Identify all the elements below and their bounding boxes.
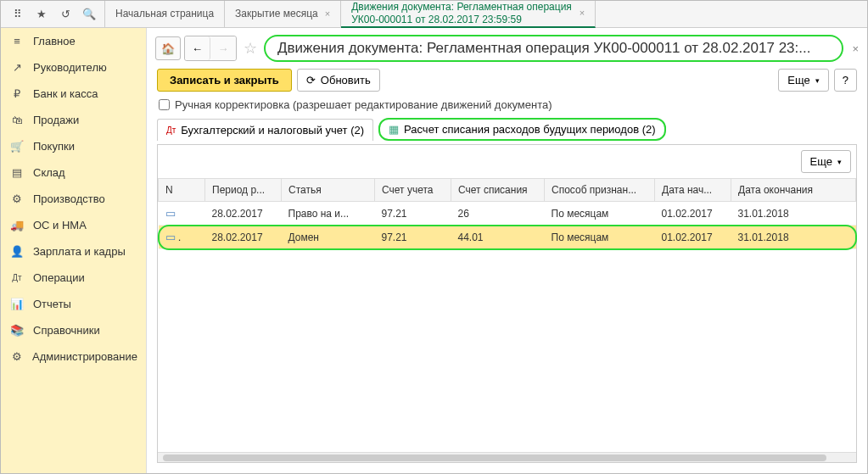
back-button[interactable]: ←	[185, 36, 210, 60]
sidebar-item-operations[interactable]: ДтОперации	[1, 265, 146, 291]
manual-edit-checkbox[interactable]	[159, 99, 170, 110]
sidebar-item-label: Операции	[33, 271, 85, 284]
col-account[interactable]: Счет учета	[375, 179, 451, 202]
content-area: 🏠 ← → ☆ Движения документа: Регламентная…	[147, 28, 867, 473]
close-icon[interactable]: ×	[580, 8, 585, 19]
table-icon: ▦	[389, 123, 399, 136]
tab-doc-movements[interactable]: Движения документа: Регламентная операци…	[341, 1, 596, 28]
sidebar-item-sales[interactable]: 🛍Продажи	[1, 107, 146, 133]
doc-tab-accounting[interactable]: ДтБухгалтерский и налоговый учет (2)	[157, 119, 373, 141]
col-method[interactable]: Способ признан...	[545, 179, 655, 202]
sidebar-item-label: Справочники	[33, 324, 100, 337]
star-icon[interactable]: ★	[30, 3, 53, 26]
ruble-icon: ₽	[9, 87, 25, 100]
col-writeoff-account[interactable]: Счет списания	[451, 179, 545, 202]
sidebar-item-warehouse[interactable]: ▤Склад	[1, 159, 146, 186]
sidebar-item-manager[interactable]: ↗Руководителю	[1, 54, 146, 81]
sidebar-item-main[interactable]: ≡Главное	[1, 28, 146, 54]
close-page-icon[interactable]: ×	[852, 42, 859, 55]
sidebar-item-label: Продажи	[33, 114, 79, 126]
row-icon: ▭	[165, 231, 176, 243]
sidebar-item-label: Отчеты	[33, 298, 71, 310]
sidebar: ≡Главное ↗Руководителю ₽Банк и касса 🛍Пр…	[1, 28, 147, 473]
manual-edit-row: Ручная корректировка (разрешает редактир…	[147, 97, 867, 118]
box-icon: ▤	[9, 166, 25, 179]
sidebar-item-label: Производство	[33, 192, 105, 205]
sidebar-item-bank[interactable]: ₽Банк и касса	[1, 81, 146, 107]
forward-button[interactable]: →	[210, 36, 236, 60]
person-icon: 👤	[9, 245, 25, 258]
chart-icon: ↗	[9, 61, 25, 74]
window-tabs: Начальная страница Закрытие месяца× Движ…	[104, 1, 596, 28]
table-header-row: N Период р... Статья Счет учета Счет спи…	[159, 179, 856, 202]
sidebar-item-label: ОС и НМА	[33, 219, 87, 231]
history-icon[interactable]: ↺	[53, 3, 77, 26]
bag-icon: 🛍	[9, 114, 25, 126]
sidebar-item-assets[interactable]: 🚚ОС и НМА	[1, 212, 146, 238]
refresh-button[interactable]: ⟳Обновить	[297, 69, 380, 92]
truck-icon: 🚚	[9, 219, 25, 231]
books-icon: 📚	[9, 324, 25, 337]
sidebar-item-label: Руководителю	[33, 61, 107, 74]
top-toolbar: ⠿ ★ ↺ 🔍 Начальная страница Закрытие меся…	[1, 1, 867, 28]
page-title: Движения документа: Регламентная операци…	[264, 35, 843, 62]
save-close-button[interactable]: Записать и закрыть	[157, 69, 292, 92]
sidebar-item-label: Покупки	[33, 140, 75, 153]
horizontal-scrollbar[interactable]	[158, 452, 856, 462]
apps-icon[interactable]: ⠿	[6, 3, 30, 26]
sidebar-item-label: Администрирование	[32, 350, 137, 363]
more-button[interactable]: Еще▾	[778, 69, 828, 92]
sidebar-item-label: Главное	[33, 35, 76, 47]
table-row-selected[interactable]: ▭ . 28.02.2017Домен97.2144.01По месяцам0…	[159, 226, 856, 249]
dtkt-icon: Дт	[9, 273, 25, 282]
sidebar-item-label: Банк и касса	[33, 87, 98, 100]
gear-icon: ⚙	[9, 350, 24, 363]
factory-icon: ⚙	[9, 192, 25, 205]
cart-icon: 🛒	[9, 140, 25, 153]
row-icon: ▭	[165, 207, 176, 220]
search-icon[interactable]: 🔍	[77, 3, 101, 26]
data-table: N Период р... Статья Счет учета Счет спи…	[158, 178, 856, 249]
table-more-button[interactable]: Еще▾	[801, 150, 851, 173]
home-button[interactable]: 🏠	[155, 36, 181, 60]
help-button[interactable]: ?	[834, 69, 857, 92]
favorite-icon[interactable]: ☆	[244, 39, 257, 58]
sidebar-item-label: Зарплата и кадры	[33, 245, 126, 258]
sidebar-item-reports[interactable]: 📊Отчеты	[1, 291, 146, 317]
col-period[interactable]: Период р...	[205, 179, 282, 202]
close-icon[interactable]: ×	[325, 8, 330, 20]
manual-edit-label: Ручная корректировка (разрешает редактир…	[175, 98, 552, 111]
doc-tab-future-expenses[interactable]: ▦Расчет списания расходов будущих период…	[378, 118, 666, 141]
table-row[interactable]: ▭ 28.02.2017Право на и...97.2126По месяц…	[159, 202, 856, 226]
menu-icon: ≡	[9, 35, 25, 47]
dtkt-icon: Дт	[166, 125, 176, 135]
col-article[interactable]: Статья	[282, 179, 375, 202]
col-end-date[interactable]: Дата окончания	[731, 179, 856, 202]
refresh-icon: ⟳	[306, 74, 316, 86]
sidebar-item-admin[interactable]: ⚙Администрирование	[1, 343, 146, 370]
col-start-date[interactable]: Дата нач...	[655, 179, 731, 202]
sidebar-item-label: Склад	[33, 166, 65, 179]
report-icon: 📊	[9, 298, 25, 310]
sidebar-item-salary[interactable]: 👤Зарплата и кадры	[1, 238, 146, 265]
sidebar-item-purchases[interactable]: 🛒Покупки	[1, 133, 146, 159]
tab-close-month[interactable]: Закрытие месяца×	[225, 1, 341, 28]
col-n[interactable]: N	[159, 179, 205, 202]
tab-home[interactable]: Начальная страница	[104, 1, 225, 28]
sidebar-item-catalogs[interactable]: 📚Справочники	[1, 317, 146, 343]
table-panel: Еще▾ N Период р... Статья Счет учета Сче…	[157, 144, 857, 463]
sidebar-item-production[interactable]: ⚙Производство	[1, 186, 146, 212]
